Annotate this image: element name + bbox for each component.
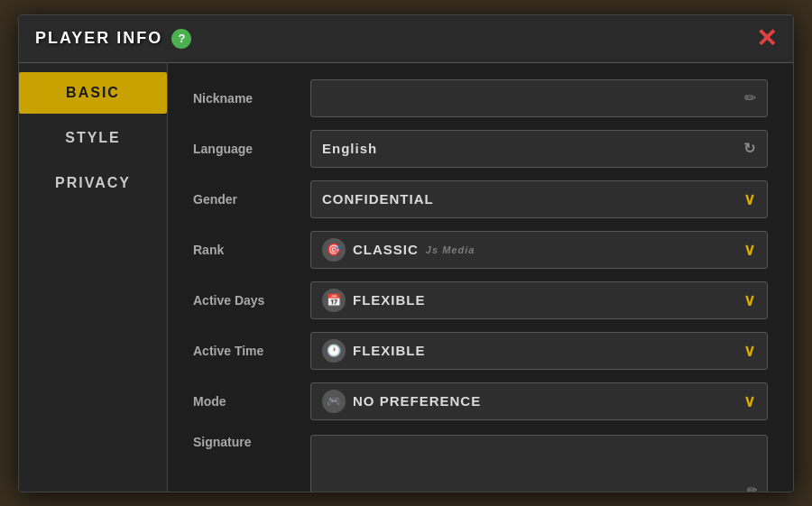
rank-row: Rank 🎯 CLASSIC Js Media ∨	[193, 229, 768, 271]
rank-label: Rank	[193, 243, 310, 257]
active-time-control[interactable]: 🕐 FLEXIBLE ∨	[310, 332, 768, 370]
rank-value: CLASSIC	[353, 242, 419, 257]
chevron-down-icon: ∨	[743, 189, 756, 209]
refresh-icon: ↻	[743, 140, 756, 157]
rank-left: 🎯 CLASSIC Js Media	[322, 238, 475, 262]
nickname-control[interactable]: ✏	[310, 79, 768, 117]
content-area: Nickname ✏ Language English ↻ Gender	[168, 63, 793, 492]
sidebar-item-style[interactable]: STYLE	[19, 117, 167, 159]
mode-control[interactable]: 🎮 NO PREFERENCE ∨	[310, 382, 768, 420]
gender-label: Gender	[193, 192, 310, 207]
chevron-down-icon: ∨	[743, 341, 756, 361]
close-button[interactable]: ✕	[756, 26, 777, 51]
language-left: English	[322, 141, 377, 156]
modal-body: BASIC STYLE PRIVACY Nickname ✏ Language	[19, 63, 793, 492]
mode-label: Mode	[193, 394, 310, 409]
calendar-icon: 📅	[322, 289, 346, 312]
active-days-left: 📅 FLEXIBLE	[322, 289, 426, 312]
active-time-value: FLEXIBLE	[353, 343, 426, 358]
nickname-label: Nickname	[193, 91, 310, 106]
chevron-down-icon: ∨	[743, 391, 756, 411]
modal-header: PLAYER INFO ? ✕	[19, 15, 793, 63]
language-row: Language English ↻	[193, 128, 768, 170]
gender-left: CONFIDENTIAL	[322, 191, 434, 207]
signature-label: Signature	[193, 435, 310, 449]
active-time-left: 🕐 FLEXIBLE	[322, 339, 426, 363]
language-label: Language	[193, 142, 310, 156]
active-days-value: FLEXIBLE	[353, 292, 426, 308]
gender-row: Gender CONFIDENTIAL ∨	[193, 179, 768, 220]
chevron-down-icon: ∨	[743, 290, 756, 310]
sidebar-item-privacy[interactable]: PRIVACY	[19, 162, 167, 204]
signature-row: Signature ✏	[193, 431, 768, 477]
header-left: PLAYER INFO ?	[35, 29, 191, 49]
signature-edit-icon: ✏	[747, 483, 758, 492]
language-value: English	[322, 141, 377, 156]
active-time-label: Active Time	[193, 344, 310, 358]
active-days-row: Active Days 📅 FLEXIBLE ∨	[193, 280, 768, 321]
active-time-row: Active Time 🕐 FLEXIBLE ∨	[193, 330, 768, 372]
nickname-row: Nickname ✏	[193, 78, 768, 119]
language-control[interactable]: English ↻	[310, 130, 768, 168]
gender-value: CONFIDENTIAL	[322, 191, 434, 207]
mode-left: 🎮 NO PREFERENCE	[322, 390, 481, 413]
gender-control[interactable]: CONFIDENTIAL ∨	[310, 180, 768, 218]
mode-value: NO PREFERENCE	[353, 393, 481, 409]
player-info-modal: PLAYER INFO ? ✕ BASIC STYLE PRIVACY Nick…	[18, 14, 794, 492]
chevron-down-icon: ∨	[743, 240, 756, 260]
sidebar: BASIC STYLE PRIVACY	[19, 63, 168, 492]
modal-title: PLAYER INFO	[35, 29, 162, 48]
rank-icon: 🎯	[322, 238, 346, 262]
signature-control[interactable]: ✏	[310, 435, 768, 492]
media-watermark: Js Media	[426, 244, 475, 255]
rank-control[interactable]: 🎯 CLASSIC Js Media ∨	[310, 231, 768, 269]
mode-icon: 🎮	[322, 390, 346, 413]
active-days-control[interactable]: 📅 FLEXIBLE ∨	[310, 281, 768, 319]
edit-icon: ✏	[744, 89, 756, 106]
sidebar-item-basic[interactable]: BASIC	[19, 72, 167, 114]
help-button[interactable]: ?	[171, 29, 191, 49]
mode-row: Mode 🎮 NO PREFERENCE ∨	[193, 381, 768, 422]
active-days-label: Active Days	[193, 293, 310, 308]
clock-icon: 🕐	[322, 339, 346, 363]
